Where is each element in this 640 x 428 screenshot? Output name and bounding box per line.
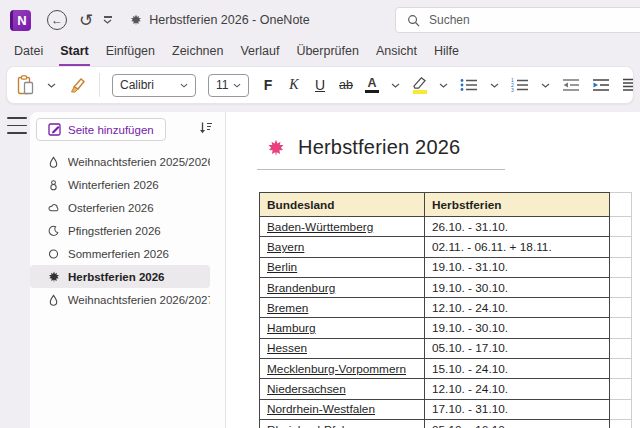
sidebar-page-item[interactable]: Sommerferien 2026: [30, 242, 210, 265]
empty-cell: [610, 419, 632, 428]
dates-cell: 19.10. - 31.10.: [425, 257, 610, 277]
title-underline: [257, 169, 505, 170]
menu-item-zeichnen[interactable]: Zeichnen: [171, 44, 224, 66]
empty-cell: [610, 217, 632, 237]
numbered-list-button[interactable]: 1 2 3: [511, 78, 529, 92]
sort-descending-icon: [199, 121, 213, 135]
highlight-button[interactable]: [412, 76, 427, 94]
state-cell[interactable]: Hessen: [260, 338, 425, 358]
state-link[interactable]: Rheinland-Pfalz: [267, 423, 350, 428]
dates-cell: 02.11. - 06.11. + 18.11.: [425, 237, 610, 257]
strikethrough-button[interactable]: ab: [339, 78, 353, 92]
state-link[interactable]: Baden-Württemberg: [267, 220, 373, 234]
underline-button[interactable]: U: [313, 77, 327, 93]
menu-item-ansicht[interactable]: Ansicht: [375, 44, 418, 66]
format-painter-button[interactable]: [68, 76, 87, 94]
holiday-table-body: BundeslandHerbstferienBaden-Württemberg2…: [260, 193, 632, 428]
empty-cell: [610, 318, 632, 338]
numbered-list-dropdown-button[interactable]: [541, 83, 550, 88]
sidebar-page-item[interactable]: Herbstferien 2026: [30, 265, 210, 288]
menu-item-hilfe[interactable]: Hilfe: [433, 44, 460, 66]
state-link[interactable]: Brandenburg: [267, 281, 335, 295]
sidebar-header: Seite hinzufügen: [30, 112, 225, 143]
menu-item-datei[interactable]: Datei: [13, 44, 44, 66]
bullet-list-dropdown-button[interactable]: [490, 83, 499, 88]
dates-cell: 26.10. - 31.10.: [425, 217, 610, 237]
state-link[interactable]: Hamburg: [267, 321, 316, 335]
page-item-label: Weihnachtsferien 2026/2027: [68, 294, 210, 306]
state-cell[interactable]: Mecklenburg-Vorpommern: [260, 359, 425, 379]
undo-button[interactable]: ↺: [79, 10, 93, 31]
sidebar-page-item[interactable]: Winterferien 2026: [30, 173, 210, 196]
search-input[interactable]: Suchen: [395, 7, 640, 33]
undo-icon: ↺: [79, 10, 93, 31]
state-link[interactable]: Nordrhein-Westfalen: [267, 402, 375, 416]
crescent-icon: [47, 225, 60, 237]
align-icon: [622, 78, 634, 92]
navigation-menu-button[interactable]: [7, 117, 27, 134]
menu-item-einfügen[interactable]: Einfügen: [105, 44, 156, 66]
menu-item-überprüfen[interactable]: Überprüfen: [295, 44, 360, 66]
state-cell[interactable]: Hamburg: [260, 318, 425, 338]
numbered-list-icon: 1 2 3: [511, 78, 529, 92]
state-cell[interactable]: Bremen: [260, 298, 425, 318]
arrow-left-icon: ←: [51, 14, 63, 26]
paste-button[interactable]: [16, 75, 35, 96]
page-item-label: Herbstferien 2026: [68, 271, 165, 283]
sort-pages-button[interactable]: [199, 121, 213, 138]
state-cell[interactable]: Nordrhein-Westfalen: [260, 399, 425, 419]
state-link[interactable]: Hessen: [267, 341, 307, 355]
state-cell[interactable]: Niedersachsen: [260, 379, 425, 399]
menu-item-start[interactable]: Start: [59, 44, 89, 66]
font-color-dropdown-button[interactable]: [391, 83, 400, 88]
state-link[interactable]: Bayern: [267, 240, 304, 254]
back-button[interactable]: ←: [47, 10, 67, 30]
sidebar-page-item[interactable]: Weihnachtsferien 2025/2026: [30, 150, 210, 173]
sidebar-page-item[interactable]: Osterferien 2026: [30, 196, 210, 219]
menu-bar: DateiStartEinfügenZeichnenVerlaufÜberprü…: [0, 40, 640, 66]
state-link[interactable]: Niedersachsen: [267, 382, 346, 396]
empty-cell: [610, 277, 632, 297]
cloud-icon: [47, 202, 60, 213]
font-size-select[interactable]: 11: [208, 74, 249, 97]
bold-button[interactable]: F: [261, 77, 275, 93]
decrease-indent-button[interactable]: [562, 78, 580, 92]
state-cell[interactable]: Brandenburg: [260, 277, 425, 297]
chevron-down-icon: [103, 19, 112, 24]
sidebar-page-item[interactable]: Pfingstferien 2026: [30, 219, 210, 242]
menu-item-verlauf[interactable]: Verlauf: [239, 44, 280, 66]
highlight-dropdown-button[interactable]: [439, 83, 448, 88]
empty-cell: [610, 237, 632, 257]
state-cell[interactable]: Rheinland-Pfalz: [260, 419, 425, 428]
font-name-select[interactable]: Calibri: [112, 74, 196, 97]
state-cell[interactable]: Berlin: [260, 257, 425, 277]
state-link[interactable]: Bremen: [267, 301, 308, 315]
state-link[interactable]: Berlin: [267, 260, 297, 274]
increase-indent-button[interactable]: [592, 78, 610, 92]
page-title-row: Herbstferien 2026: [267, 136, 460, 159]
state-cell[interactable]: Baden-Württemberg: [260, 217, 425, 237]
empty-cell: [610, 379, 632, 399]
state-cell[interactable]: Bayern: [260, 237, 425, 257]
italic-button[interactable]: K: [287, 77, 301, 93]
droplet-icon: [47, 156, 60, 168]
font-color-button[interactable]: A: [365, 77, 379, 94]
paste-icon: [16, 75, 35, 96]
onenote-window: N ← ↺ Herbstferien 2026 - OneNote Suchen: [0, 0, 640, 428]
add-page-button[interactable]: Seite hinzufügen: [36, 118, 166, 141]
dates-cell: 15.10. - 24.10.: [425, 359, 610, 379]
customize-toolbar-button[interactable]: [103, 16, 112, 23]
bullet-list-button[interactable]: [460, 78, 478, 92]
empty-cell: [610, 257, 632, 277]
align-button[interactable]: [622, 78, 634, 92]
state-link[interactable]: Mecklenburg-Vorpommern: [267, 362, 406, 376]
paste-dropdown-button[interactable]: [47, 83, 56, 88]
chevron-down-icon: [541, 83, 550, 88]
sidebar-page-item[interactable]: Weihnachtsferien 2026/2027: [30, 288, 210, 311]
table-row: Hamburg19.10. - 30.10.: [260, 318, 632, 338]
highlighter-icon: [412, 76, 427, 89]
toolbar-divider: [99, 73, 100, 97]
page-content: Herbstferien 2026 BundeslandHerbstferien…: [226, 112, 640, 428]
font-color-letter: A: [367, 77, 376, 89]
snowman-icon: [47, 179, 60, 191]
